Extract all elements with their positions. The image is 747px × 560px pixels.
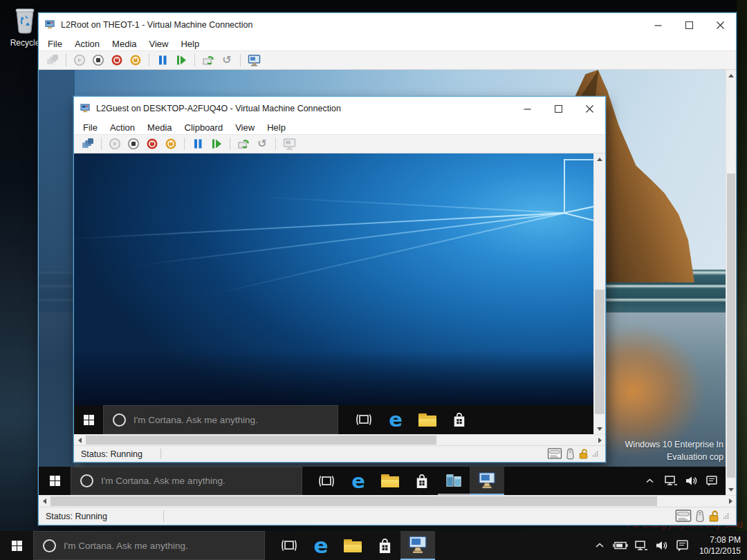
toolbar-separator bbox=[66, 54, 66, 66]
start-button[interactable] bbox=[0, 531, 33, 560]
action-center-icon[interactable] bbox=[674, 531, 692, 560]
l2guest-vm-display[interactable]: I'm Cortana. Ask me anything. e bbox=[74, 153, 593, 434]
scrollbar-thumb[interactable] bbox=[727, 174, 735, 478]
save-icon[interactable] bbox=[127, 52, 144, 68]
scroll-up-button[interactable] bbox=[594, 153, 605, 165]
wallpaper-light-beam bbox=[254, 196, 565, 214]
file-explorer-button[interactable] bbox=[337, 531, 369, 560]
checkpoint-icon[interactable] bbox=[200, 52, 216, 68]
toolbar-separator bbox=[275, 138, 276, 150]
chevron-up-icon[interactable] bbox=[591, 531, 609, 560]
speaker-icon[interactable] bbox=[653, 531, 672, 560]
store-button[interactable] bbox=[369, 531, 400, 560]
lock-icon bbox=[578, 448, 589, 460]
scroll-right-button[interactable] bbox=[725, 496, 736, 507]
resize-grip[interactable] bbox=[592, 451, 598, 457]
file-explorer-button[interactable] bbox=[374, 467, 406, 495]
l2guest-vertical-scrollbar[interactable] bbox=[593, 153, 605, 434]
reset-icon[interactable] bbox=[173, 52, 190, 68]
shut-down-icon[interactable] bbox=[109, 52, 125, 68]
scrollbar-thumb[interactable] bbox=[595, 290, 605, 414]
l2guest-titlebar[interactable]: L2Guest on DESKTOP-A2FUQ4O - Virtual Mac… bbox=[74, 97, 605, 120]
menu-media[interactable]: Media bbox=[106, 39, 142, 49]
status-divider bbox=[160, 449, 161, 459]
l2root-vertical-scrollbar[interactable] bbox=[726, 70, 736, 495]
action-center-icon[interactable] bbox=[703, 467, 721, 495]
menu-help[interactable]: Help bbox=[261, 122, 292, 133]
speaker-icon[interactable] bbox=[682, 467, 701, 495]
l2root-horizontal-scrollbar[interactable] bbox=[39, 495, 736, 507]
close-button[interactable] bbox=[705, 13, 736, 37]
store-button[interactable] bbox=[406, 467, 438, 495]
maximize-button[interactable] bbox=[543, 97, 574, 120]
vmconnect-button[interactable] bbox=[470, 467, 504, 495]
task-view-button[interactable] bbox=[311, 467, 342, 495]
scroll-down-button[interactable] bbox=[726, 484, 736, 495]
edge-button[interactable]: e bbox=[305, 531, 337, 560]
minimize-button[interactable] bbox=[512, 97, 543, 120]
checkpoint-icon[interactable] bbox=[235, 136, 252, 152]
enhanced-session-icon[interactable] bbox=[281, 136, 297, 152]
menu-action[interactable]: Action bbox=[68, 39, 106, 49]
usb-device-icon bbox=[695, 510, 705, 523]
task-view-button[interactable] bbox=[348, 405, 380, 434]
chevron-up-icon[interactable] bbox=[640, 467, 659, 495]
pause-icon[interactable] bbox=[154, 52, 171, 68]
menu-view[interactable]: View bbox=[143, 39, 175, 49]
close-button[interactable] bbox=[574, 97, 605, 120]
edge-button[interactable]: e bbox=[342, 467, 374, 495]
menu-action[interactable]: Action bbox=[104, 122, 141, 133]
cortana-search-box[interactable]: I'm Cortana. Ask me anything. bbox=[33, 531, 265, 560]
scroll-up-button[interactable] bbox=[726, 70, 736, 81]
l2root-vm-display[interactable]: Windows 10 Enterprise In Evaluation cop … bbox=[39, 70, 726, 495]
start-icon[interactable] bbox=[71, 52, 88, 68]
ctrl-alt-del-icon[interactable] bbox=[44, 52, 61, 68]
enhanced-session-icon[interactable] bbox=[246, 52, 262, 68]
scroll-left-button[interactable] bbox=[74, 435, 85, 445]
menu-file[interactable]: File bbox=[42, 39, 68, 49]
battery-icon[interactable] bbox=[611, 531, 630, 560]
menu-view[interactable]: View bbox=[229, 122, 261, 133]
start-icon[interactable] bbox=[107, 136, 123, 152]
ctrl-alt-del-icon[interactable] bbox=[80, 136, 96, 152]
edge-button[interactable]: e bbox=[380, 405, 412, 434]
revert-icon[interactable]: ↺ bbox=[254, 136, 270, 152]
shut-down-icon[interactable] bbox=[144, 136, 160, 152]
l2guest-horizontal-scrollbar[interactable] bbox=[74, 434, 605, 445]
save-icon[interactable] bbox=[163, 136, 179, 152]
cortana-search-box[interactable]: I'm Cortana. Ask me anything. bbox=[71, 467, 302, 495]
store-button[interactable] bbox=[443, 405, 475, 434]
l2guest-vmconnect-window: L2Guest on DESKTOP-A2FUQ4O - Virtual Mac… bbox=[73, 96, 606, 463]
turn-off-icon[interactable] bbox=[90, 52, 107, 68]
lock-icon bbox=[708, 510, 719, 523]
edge-icon: e bbox=[389, 411, 403, 429]
network-icon[interactable] bbox=[661, 467, 680, 495]
hyperv-manager-button[interactable] bbox=[438, 467, 470, 495]
store-icon bbox=[452, 411, 466, 428]
menu-media[interactable]: Media bbox=[141, 122, 178, 133]
start-button[interactable] bbox=[39, 467, 71, 495]
menu-clipboard[interactable]: Clipboard bbox=[178, 122, 230, 133]
start-button[interactable] bbox=[74, 405, 103, 434]
scroll-down-button[interactable] bbox=[594, 423, 605, 434]
scrollbar-thumb[interactable] bbox=[86, 436, 436, 445]
cortana-search-box[interactable]: I'm Cortana. Ask me anything. bbox=[103, 405, 338, 434]
scrollbar-thumb[interactable] bbox=[50, 496, 657, 506]
vmconnect-button[interactable] bbox=[400, 531, 435, 560]
scroll-right-button[interactable] bbox=[594, 435, 605, 445]
task-view-button[interactable] bbox=[273, 531, 305, 560]
pause-icon[interactable] bbox=[190, 136, 206, 152]
taskbar-clock[interactable]: 7:08 PM 10/12/2015 bbox=[697, 531, 747, 560]
network-icon[interactable] bbox=[632, 531, 651, 560]
maximize-button[interactable] bbox=[674, 13, 705, 37]
reset-icon[interactable] bbox=[208, 136, 225, 152]
turn-off-icon[interactable] bbox=[125, 136, 142, 152]
menu-file[interactable]: File bbox=[77, 122, 104, 133]
file-explorer-button[interactable] bbox=[412, 405, 443, 434]
revert-icon[interactable]: ↺ bbox=[219, 52, 235, 68]
minimize-button[interactable] bbox=[643, 13, 674, 37]
scroll-left-button[interactable] bbox=[39, 496, 50, 507]
l2root-titlebar[interactable]: L2Root on THEOT-1 - Virtual Machine Conn… bbox=[39, 13, 736, 37]
resize-grip[interactable] bbox=[723, 513, 729, 519]
menu-help[interactable]: Help bbox=[174, 39, 205, 49]
